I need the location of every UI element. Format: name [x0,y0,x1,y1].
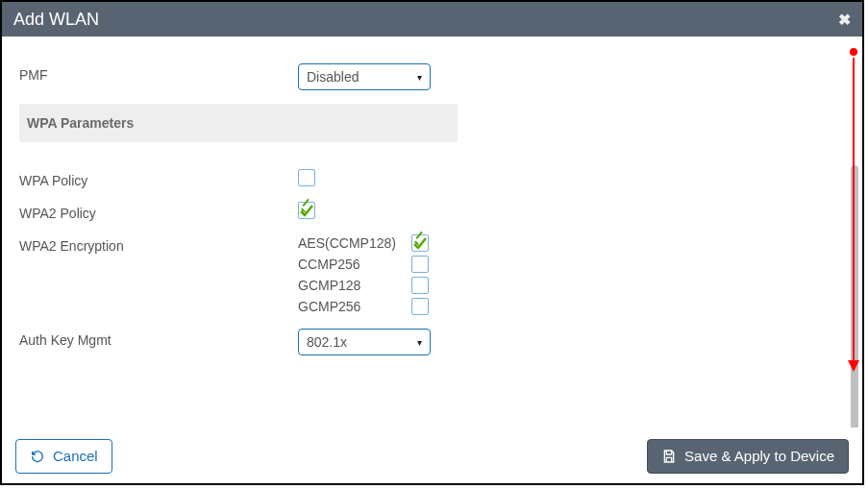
wpa2-encryption-list: AES(CCMP128)CCMP256GCMP128GCMP256 [298,234,845,315]
chevron-down-icon: ▾ [417,337,422,348]
modal-footer: Cancel Save & Apply to Device [2,428,862,483]
scrollbar[interactable] [851,40,858,424]
pmf-select[interactable]: Disabled ▾ [298,63,431,90]
auth-key-select-value: 802.1x [307,334,347,350]
modal-body: PMF Disabled ▾ WPA Parameters WPA Policy… [2,37,862,428]
close-icon[interactable]: ✖ [838,11,851,29]
encryption-option-label: AES(CCMP128) [298,235,404,251]
modal-title: Add WLAN [13,10,99,30]
row-wpa2-policy: WPA2 Policy [19,202,845,221]
encryption-option-label: CCMP256 [298,257,404,272]
wpa-policy-checkbox[interactable] [298,169,315,186]
row-auth-key: Auth Key Mgmt 802.1x ▾ [19,329,845,355]
title-bar: Add WLAN ✖ [2,2,862,37]
wpa-policy-label: WPA Policy [19,169,298,188]
wpa2-policy-label: WPA2 Policy [19,202,298,221]
cancel-button-label: Cancel [53,448,98,464]
wpa2-policy-checkbox[interactable] [298,202,315,219]
save-apply-button[interactable]: Save & Apply to Device [647,439,849,474]
encryption-option-checkbox[interactable] [411,256,429,273]
row-wpa2-encryption: WPA2 Encryption AES(CCMP128)CCMP256GCMP1… [19,234,845,315]
save-icon [661,449,677,464]
add-wlan-modal: Add WLAN ✖ PMF Disabled ▾ WPA Parameters… [0,0,864,485]
encryption-option-label: GCMP256 [298,299,404,314]
auth-key-select[interactable]: 802.1x ▾ [298,329,431,355]
wpa2-encryption-label: WPA2 Encryption [19,234,298,254]
scrollbar-thumb[interactable] [851,165,858,428]
encryption-option-checkbox[interactable] [411,234,429,252]
chevron-down-icon: ▾ [417,72,422,83]
pmf-select-value: Disabled [307,69,359,85]
row-wpa-policy: WPA Policy [19,169,845,188]
auth-key-label: Auth Key Mgmt [19,329,298,348]
row-pmf: PMF Disabled ▾ [19,63,845,90]
undo-icon [30,449,45,464]
save-apply-button-label: Save & Apply to Device [684,448,834,464]
wpa-parameters-header: WPA Parameters [19,104,458,142]
encryption-option-checkbox[interactable] [411,277,429,294]
encryption-option-label: GCMP128 [298,278,404,293]
cancel-button[interactable]: Cancel [15,439,112,474]
encryption-option-checkbox[interactable] [411,298,429,315]
pmf-label: PMF [19,63,298,83]
